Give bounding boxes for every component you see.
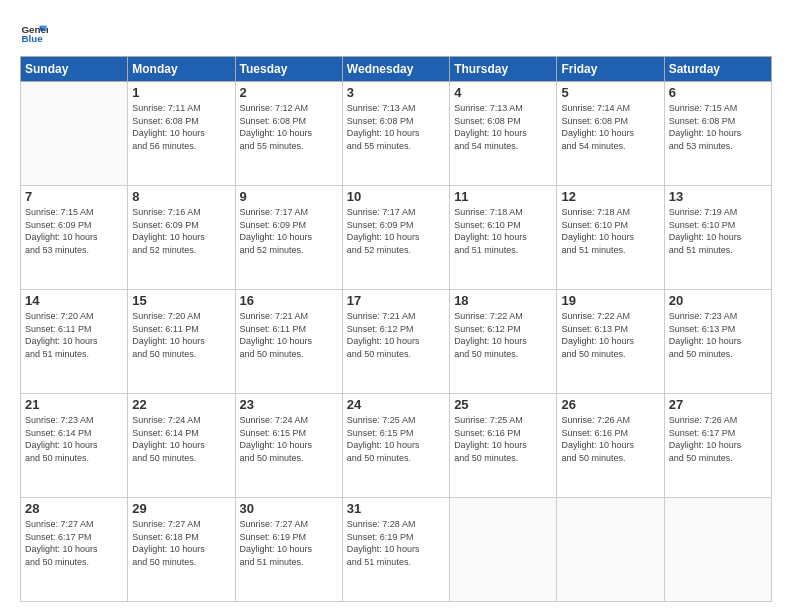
calendar-cell: 2Sunrise: 7:12 AMSunset: 6:08 PMDaylight… [235, 82, 342, 186]
day-info: Sunrise: 7:13 AMSunset: 6:08 PMDaylight:… [347, 102, 445, 152]
day-info: Sunrise: 7:13 AMSunset: 6:08 PMDaylight:… [454, 102, 552, 152]
day-number: 10 [347, 189, 445, 204]
day-info: Sunrise: 7:25 AMSunset: 6:16 PMDaylight:… [454, 414, 552, 464]
calendar-cell: 22Sunrise: 7:24 AMSunset: 6:14 PMDayligh… [128, 394, 235, 498]
day-info: Sunrise: 7:14 AMSunset: 6:08 PMDaylight:… [561, 102, 659, 152]
calendar-cell: 10Sunrise: 7:17 AMSunset: 6:09 PMDayligh… [342, 186, 449, 290]
day-info: Sunrise: 7:22 AMSunset: 6:13 PMDaylight:… [561, 310, 659, 360]
day-number: 17 [347, 293, 445, 308]
svg-text:Blue: Blue [21, 33, 43, 44]
day-info: Sunrise: 7:20 AMSunset: 6:11 PMDaylight:… [132, 310, 230, 360]
day-info: Sunrise: 7:20 AMSunset: 6:11 PMDaylight:… [25, 310, 123, 360]
calendar-cell [450, 498, 557, 602]
calendar-cell: 27Sunrise: 7:26 AMSunset: 6:17 PMDayligh… [664, 394, 771, 498]
day-info: Sunrise: 7:11 AMSunset: 6:08 PMDaylight:… [132, 102, 230, 152]
day-info: Sunrise: 7:24 AMSunset: 6:15 PMDaylight:… [240, 414, 338, 464]
day-number: 8 [132, 189, 230, 204]
day-number: 31 [347, 501, 445, 516]
day-info: Sunrise: 7:17 AMSunset: 6:09 PMDaylight:… [240, 206, 338, 256]
day-number: 12 [561, 189, 659, 204]
day-info: Sunrise: 7:23 AMSunset: 6:14 PMDaylight:… [25, 414, 123, 464]
day-number: 24 [347, 397, 445, 412]
calendar-week-row: 7Sunrise: 7:15 AMSunset: 6:09 PMDaylight… [21, 186, 772, 290]
header-monday: Monday [128, 57, 235, 82]
calendar-header-row: Sunday Monday Tuesday Wednesday Thursday… [21, 57, 772, 82]
day-number: 19 [561, 293, 659, 308]
day-number: 1 [132, 85, 230, 100]
calendar-cell: 18Sunrise: 7:22 AMSunset: 6:12 PMDayligh… [450, 290, 557, 394]
calendar-week-row: 1Sunrise: 7:11 AMSunset: 6:08 PMDaylight… [21, 82, 772, 186]
day-number: 7 [25, 189, 123, 204]
calendar-cell: 13Sunrise: 7:19 AMSunset: 6:10 PMDayligh… [664, 186, 771, 290]
day-info: Sunrise: 7:27 AMSunset: 6:18 PMDaylight:… [132, 518, 230, 568]
header-saturday: Saturday [664, 57, 771, 82]
calendar-cell: 4Sunrise: 7:13 AMSunset: 6:08 PMDaylight… [450, 82, 557, 186]
calendar-cell: 29Sunrise: 7:27 AMSunset: 6:18 PMDayligh… [128, 498, 235, 602]
day-info: Sunrise: 7:21 AMSunset: 6:11 PMDaylight:… [240, 310, 338, 360]
day-info: Sunrise: 7:15 AMSunset: 6:09 PMDaylight:… [25, 206, 123, 256]
calendar-cell [557, 498, 664, 602]
day-info: Sunrise: 7:24 AMSunset: 6:14 PMDaylight:… [132, 414, 230, 464]
calendar-cell: 21Sunrise: 7:23 AMSunset: 6:14 PMDayligh… [21, 394, 128, 498]
header-friday: Friday [557, 57, 664, 82]
calendar-week-row: 28Sunrise: 7:27 AMSunset: 6:17 PMDayligh… [21, 498, 772, 602]
day-number: 3 [347, 85, 445, 100]
day-info: Sunrise: 7:18 AMSunset: 6:10 PMDaylight:… [561, 206, 659, 256]
day-info: Sunrise: 7:23 AMSunset: 6:13 PMDaylight:… [669, 310, 767, 360]
day-number: 22 [132, 397, 230, 412]
day-info: Sunrise: 7:21 AMSunset: 6:12 PMDaylight:… [347, 310, 445, 360]
calendar-cell: 5Sunrise: 7:14 AMSunset: 6:08 PMDaylight… [557, 82, 664, 186]
calendar-week-row: 14Sunrise: 7:20 AMSunset: 6:11 PMDayligh… [21, 290, 772, 394]
day-info: Sunrise: 7:26 AMSunset: 6:16 PMDaylight:… [561, 414, 659, 464]
day-info: Sunrise: 7:17 AMSunset: 6:09 PMDaylight:… [347, 206, 445, 256]
day-info: Sunrise: 7:19 AMSunset: 6:10 PMDaylight:… [669, 206, 767, 256]
calendar-cell: 9Sunrise: 7:17 AMSunset: 6:09 PMDaylight… [235, 186, 342, 290]
day-number: 4 [454, 85, 552, 100]
page: General Blue Sunday Monday Tuesday Wedne… [0, 0, 792, 612]
day-number: 29 [132, 501, 230, 516]
calendar-cell: 23Sunrise: 7:24 AMSunset: 6:15 PMDayligh… [235, 394, 342, 498]
calendar-cell: 16Sunrise: 7:21 AMSunset: 6:11 PMDayligh… [235, 290, 342, 394]
day-number: 9 [240, 189, 338, 204]
day-number: 30 [240, 501, 338, 516]
logo: General Blue [20, 20, 52, 48]
calendar-cell: 3Sunrise: 7:13 AMSunset: 6:08 PMDaylight… [342, 82, 449, 186]
calendar-cell: 1Sunrise: 7:11 AMSunset: 6:08 PMDaylight… [128, 82, 235, 186]
day-number: 13 [669, 189, 767, 204]
day-number: 25 [454, 397, 552, 412]
header: General Blue [20, 20, 772, 48]
calendar-cell: 12Sunrise: 7:18 AMSunset: 6:10 PMDayligh… [557, 186, 664, 290]
day-info: Sunrise: 7:27 AMSunset: 6:19 PMDaylight:… [240, 518, 338, 568]
calendar-cell [21, 82, 128, 186]
day-info: Sunrise: 7:25 AMSunset: 6:15 PMDaylight:… [347, 414, 445, 464]
calendar-cell: 31Sunrise: 7:28 AMSunset: 6:19 PMDayligh… [342, 498, 449, 602]
calendar-cell: 26Sunrise: 7:26 AMSunset: 6:16 PMDayligh… [557, 394, 664, 498]
day-number: 18 [454, 293, 552, 308]
calendar-cell: 8Sunrise: 7:16 AMSunset: 6:09 PMDaylight… [128, 186, 235, 290]
day-info: Sunrise: 7:16 AMSunset: 6:09 PMDaylight:… [132, 206, 230, 256]
calendar-cell: 17Sunrise: 7:21 AMSunset: 6:12 PMDayligh… [342, 290, 449, 394]
day-info: Sunrise: 7:27 AMSunset: 6:17 PMDaylight:… [25, 518, 123, 568]
day-number: 21 [25, 397, 123, 412]
calendar-cell: 24Sunrise: 7:25 AMSunset: 6:15 PMDayligh… [342, 394, 449, 498]
calendar-cell: 6Sunrise: 7:15 AMSunset: 6:08 PMDaylight… [664, 82, 771, 186]
day-number: 2 [240, 85, 338, 100]
header-wednesday: Wednesday [342, 57, 449, 82]
calendar-cell: 25Sunrise: 7:25 AMSunset: 6:16 PMDayligh… [450, 394, 557, 498]
day-number: 27 [669, 397, 767, 412]
calendar-cell: 28Sunrise: 7:27 AMSunset: 6:17 PMDayligh… [21, 498, 128, 602]
calendar-week-row: 21Sunrise: 7:23 AMSunset: 6:14 PMDayligh… [21, 394, 772, 498]
day-number: 11 [454, 189, 552, 204]
header-thursday: Thursday [450, 57, 557, 82]
calendar-cell: 30Sunrise: 7:27 AMSunset: 6:19 PMDayligh… [235, 498, 342, 602]
day-number: 15 [132, 293, 230, 308]
calendar-cell: 7Sunrise: 7:15 AMSunset: 6:09 PMDaylight… [21, 186, 128, 290]
header-sunday: Sunday [21, 57, 128, 82]
day-info: Sunrise: 7:15 AMSunset: 6:08 PMDaylight:… [669, 102, 767, 152]
calendar-cell: 19Sunrise: 7:22 AMSunset: 6:13 PMDayligh… [557, 290, 664, 394]
calendar-cell: 15Sunrise: 7:20 AMSunset: 6:11 PMDayligh… [128, 290, 235, 394]
calendar-cell: 14Sunrise: 7:20 AMSunset: 6:11 PMDayligh… [21, 290, 128, 394]
day-number: 23 [240, 397, 338, 412]
day-info: Sunrise: 7:12 AMSunset: 6:08 PMDaylight:… [240, 102, 338, 152]
day-number: 6 [669, 85, 767, 100]
